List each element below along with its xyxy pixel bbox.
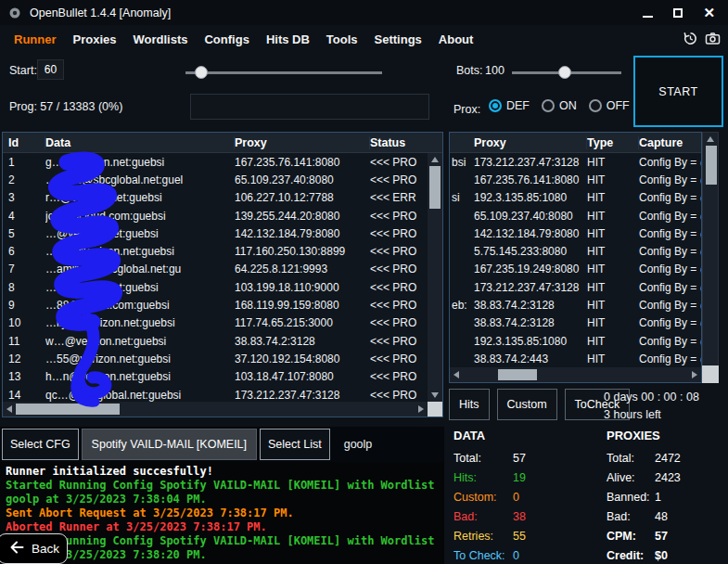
scroll-down-icon[interactable] (431, 392, 439, 398)
cell-data: w…@verizon.net:guebsi (45, 335, 235, 348)
start-slider[interactable] (185, 66, 382, 79)
menu-item-runner[interactable]: Runner (6, 28, 65, 51)
results-row[interactable]: 4jo…@icloud.com:guebsi139.255.244.20:808… (3, 207, 428, 224)
scrollbar-corner (702, 365, 719, 383)
hits-row[interactable]: 173.212.237.47:3128HITConfig By = @ (450, 278, 701, 296)
results-row[interactable]: 12…55@verizon.net:guebsi37.120.192.154:8… (3, 350, 428, 367)
menu-item-settings[interactable]: Settings (366, 28, 430, 51)
start-count-input[interactable] (37, 59, 64, 80)
column-header-capture[interactable]: Capture (639, 136, 701, 149)
menu-item-tools[interactable]: Tools (318, 28, 366, 51)
cell-proxy: 173.212.237.47:3128 (474, 156, 587, 169)
hits-row[interactable]: eb:38.83.74.2:3128HITConfig By = @ (450, 296, 701, 314)
hits-horizontal-scrollbar[interactable] (450, 367, 701, 382)
scroll-up-icon[interactable] (707, 136, 714, 142)
menu-item-hits-db[interactable]: Hits DB (258, 28, 318, 51)
scroll-right-icon[interactable] (418, 405, 424, 413)
cell-data: …55@verizon.net:guebsi (45, 352, 235, 365)
cell-type: HIT (587, 352, 639, 365)
hits-row[interactable]: 142.132.184.79:8080HITConfig By = @ (450, 224, 701, 242)
cell-proxy: 167.235.76.141:8080 (235, 156, 370, 169)
stat-credit: Credit:$0 (607, 546, 681, 564)
column-header-id[interactable]: Id (8, 136, 45, 149)
hits-row[interactable]: 38.83.74.2:3128HITConfig By = @ (450, 314, 701, 332)
select-list-button[interactable]: Select List (260, 429, 330, 460)
hits-row[interactable]: 65.109.237.40:8080HITConfig By = @ (450, 207, 701, 224)
prox-option-off[interactable]: OFF (589, 99, 630, 112)
results-row[interactable]: 2…mare@sbcglobal.net:guel65.109.237.40:8… (3, 171, 428, 188)
back-button[interactable]: Back (0, 533, 68, 564)
scrollbar-thumb[interactable] (16, 404, 120, 415)
camera-icon[interactable] (705, 31, 721, 50)
results-row[interactable]: 11w…@verizon.net:guebsi38.83.74.2:3128<<… (3, 332, 428, 350)
log-line: Started Running Config Spotify VAILD-MAI… (6, 534, 439, 548)
log-lines: Runner initialized succesfully!Started R… (6, 465, 439, 562)
results-row[interactable]: 7…amily5@sbcglobal.net:gu64.225.8.121:99… (3, 261, 428, 278)
prox-option-on[interactable]: ON (542, 99, 577, 112)
results-row[interactable]: 8…@verizon.net:guebsi103.199.18.110:9000… (3, 278, 428, 296)
hits-table-rows: bsi173.212.237.47:3128HITConfig By = @16… (450, 153, 701, 367)
menu-item-configs[interactable]: Configs (196, 28, 257, 51)
cell-data: g…@verizon.net:guebsi (45, 156, 235, 169)
close-button[interactable]: ✕ (703, 6, 715, 19)
column-header-proxy[interactable]: Proxy (474, 136, 587, 149)
column-header-proxy[interactable]: Proxy (235, 136, 370, 149)
scrollbar-thumb[interactable] (706, 146, 717, 185)
slider-thumb[interactable] (558, 66, 571, 79)
results-horizontal-scrollbar[interactable] (3, 402, 428, 417)
cell-status: <<< PRO (370, 316, 428, 329)
results-row[interactable]: 3r…@verizon.net:guebsi106.227.10.12:7788… (3, 189, 428, 207)
scrollbar-thumb[interactable] (429, 166, 441, 209)
menu-item-proxies[interactable]: Proxies (65, 28, 125, 51)
bots-slider[interactable] (512, 66, 621, 79)
hits-row[interactable]: bsi173.212.237.47:3128HITConfig By = @ (450, 153, 701, 171)
cell-proxy: 106.227.10.12:7788 (235, 191, 370, 204)
cell-data-tail: si (452, 191, 474, 204)
cell-id: 5 (8, 227, 45, 240)
stat-cpm: CPM:57 (607, 527, 681, 546)
hits-vertical-scrollbar[interactable] (702, 132, 719, 383)
maximize-button[interactable] (673, 5, 683, 21)
results-row[interactable]: 13h…n@verizon.net:guebsi103.18.47.107:80… (3, 368, 428, 386)
cell-status: <<< PRO (370, 370, 428, 383)
scroll-right-icon[interactable] (692, 371, 697, 378)
results-row[interactable]: 5…@verizon.net:guebsi142.132.184.79:8080… (3, 224, 428, 242)
hits-row[interactable]: 192.3.135.85:1080HITConfig By = @ (450, 332, 701, 350)
prox-option-def[interactable]: DEF (489, 99, 530, 112)
results-row[interactable]: 1g…@verizon.net:guebsi167.235.76.141:808… (3, 153, 428, 171)
stat-alive: Alive:2423 (607, 468, 681, 488)
scroll-left-icon[interactable] (453, 371, 459, 378)
scroll-up-icon[interactable] (431, 157, 439, 162)
radio-on[interactable] (542, 99, 555, 112)
hits-row[interactable]: 167.235.19.249:8080HITConfig By = @ (450, 261, 701, 278)
results-vertical-scrollbar[interactable] (428, 153, 442, 402)
slider-thumb[interactable] (195, 66, 208, 79)
scroll-left-icon[interactable] (6, 405, 12, 413)
progress-label: Prog: 57 / 13383 (0%) (9, 100, 122, 113)
results-row[interactable]: 10…ily4@verizon.net:guebsi117.74.65.215:… (3, 314, 428, 332)
selected-config-button[interactable]: Spotify VAILD-MAIL [KOMEIL] (82, 429, 257, 460)
results-row[interactable]: 9…88@icloud.com:guebsi168.119.99.159:808… (3, 296, 428, 314)
menu-item-wordlists[interactable]: Wordlists (124, 28, 196, 51)
tab-hits[interactable]: Hits (449, 389, 490, 420)
hits-row[interactable]: 167.235.76.141:8080HITConfig By = @ (450, 171, 701, 188)
select-cfg-button[interactable]: Select CFG (2, 429, 79, 460)
results-row[interactable]: 14qc…@sbcglobal.net:guebsi173.212.237.47… (3, 386, 428, 402)
column-header-status[interactable]: Status (370, 136, 442, 149)
radio-def-selected[interactable] (489, 99, 502, 112)
start-button[interactable]: START (633, 56, 723, 127)
radio-off[interactable] (589, 99, 602, 112)
column-header-data[interactable]: Data (45, 136, 235, 149)
tab-custom[interactable]: Custom (497, 389, 557, 420)
stat-banned: Banned:1 (607, 488, 681, 507)
history-icon[interactable] (683, 31, 698, 50)
stat-label: Total: (607, 449, 655, 468)
results-row[interactable]: 6…reu@verizon.net:guebsi117.160.250.130:… (3, 242, 428, 260)
scrollbar-thumb[interactable] (498, 369, 537, 380)
menu-item-about[interactable]: About (430, 28, 482, 51)
hits-row[interactable]: si192.3.135.85:1080HITConfig By = @ (450, 189, 701, 207)
column-header-type[interactable]: Type (587, 136, 639, 149)
hits-row[interactable]: 5.75.145.233:8080HITConfig By = @ (450, 242, 701, 260)
hits-row[interactable]: 38.83.74.2:443HITConfig By = @ (450, 350, 701, 367)
minimize-button[interactable] (643, 5, 653, 21)
